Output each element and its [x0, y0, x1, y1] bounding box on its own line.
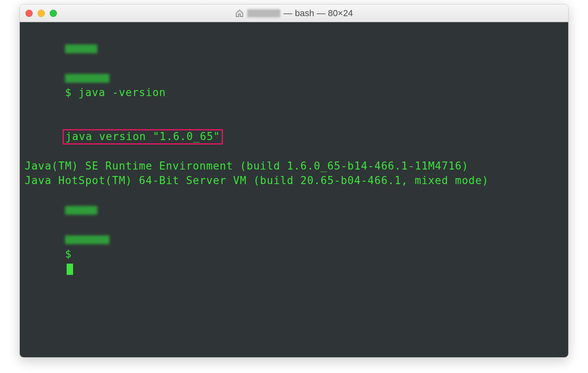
terminal-line-output-3: Java HotSpot(TM) 64-Bit Server VM (build…: [25, 173, 563, 188]
redacted-user-2: [65, 235, 109, 244]
prompt-symbol: $: [65, 86, 72, 98]
terminal-window: — bash — 80×24 $ java -version java vers…: [19, 4, 569, 358]
terminal-line-command: $ java -version: [25, 26, 563, 114]
terminal-line-output-1: java version "1.6.0_65": [25, 114, 563, 158]
terminal-line-output-2: Java(TM) SE Runtime Environment (build 1…: [25, 159, 563, 173]
home-icon: [235, 9, 244, 18]
redacted-title-text: [247, 9, 280, 17]
title-text: — bash — 80×24: [284, 8, 353, 19]
close-button[interactable]: [25, 10, 33, 17]
cursor: [67, 264, 73, 275]
highlighted-version: java version "1.6.0_65": [63, 129, 223, 145]
traffic-lights: [25, 10, 57, 17]
maximize-button[interactable]: [50, 10, 57, 17]
redacted-user: [65, 74, 109, 83]
terminal-line-prompt: $: [25, 188, 563, 291]
minimize-button[interactable]: [38, 10, 45, 17]
command-text: java -version: [78, 86, 166, 98]
redacted-hostname-2: [65, 206, 97, 215]
prompt-symbol-2: $: [65, 248, 72, 260]
terminal-body[interactable]: $ java -version java version "1.6.0_65" …: [20, 22, 568, 357]
titlebar[interactable]: — bash — 80×24: [20, 4, 568, 22]
window-title: — bash — 80×24: [235, 8, 353, 19]
redacted-hostname: [65, 44, 97, 53]
